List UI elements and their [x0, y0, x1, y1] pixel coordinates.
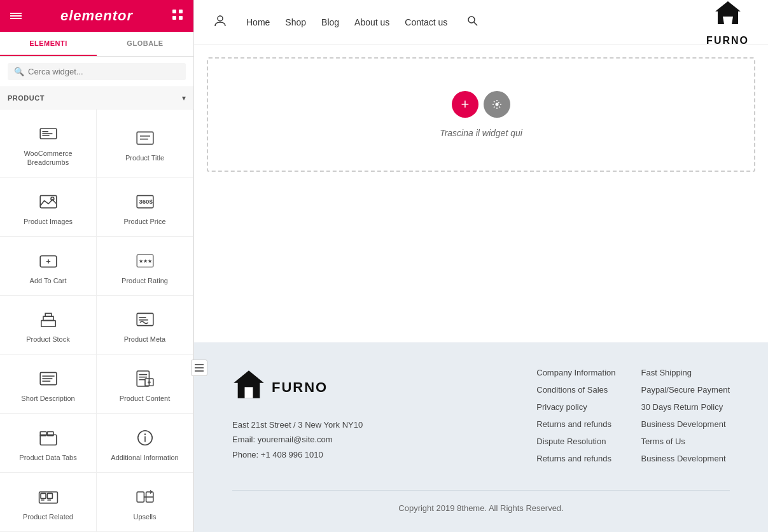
footer-phone: Phone: +1 408 996 1010 [232, 447, 511, 462]
widget-upsells[interactable]: Upsells [97, 473, 193, 532]
widget-label: Product Content [120, 394, 171, 403]
search-input[interactable] [28, 67, 179, 76]
widget-label: Product Rating [122, 276, 168, 285]
widget-short-description[interactable]: Short Description [0, 355, 97, 414]
footer-logo-text: FURNO [272, 379, 328, 396]
footer-link-terms[interactable]: Terms of Us [641, 437, 730, 446]
tab-elementi[interactable]: ELEMENTI [0, 32, 97, 56]
footer-link-return-policy[interactable]: 30 Days Return Policy [641, 402, 730, 412]
svg-text:★★★: ★★★ [138, 258, 151, 264]
nav-link-blog[interactable]: Blog [321, 17, 339, 27]
footer-col-1: Company Information Conditions of Sales … [536, 368, 615, 471]
widget-product-price[interactable]: 360$ Product Price [97, 178, 193, 237]
product-related-icon [37, 486, 60, 508]
footer-link-business2[interactable]: Business Development [641, 454, 730, 463]
footer-email: Email: youremail@site.com [232, 432, 511, 447]
additional-information-icon [134, 426, 157, 449]
widget-woo-breadcrumbs[interactable]: WooCommerce Breadcrumbs [0, 109, 97, 178]
footer-link-shipping[interactable]: Fast Shipping [641, 368, 730, 377]
footer-link-company[interactable]: Company Information [536, 368, 615, 377]
add-button[interactable]: + [452, 91, 478, 118]
svg-rect-1 [179, 10, 183, 13]
section-chevron[interactable]: ▾ [182, 94, 186, 102]
product-stock-icon [37, 308, 60, 331]
nav-search-icon[interactable] [466, 15, 478, 29]
nav-logo-icon [713, 0, 743, 34]
nav-link-shop[interactable]: Shop [285, 17, 306, 27]
svg-point-12 [51, 197, 54, 200]
search-box: 🔍 [0, 57, 193, 87]
svg-rect-20 [41, 321, 55, 327]
tab-globale[interactable]: GLOBALE [97, 32, 193, 56]
collapse-handle[interactable] [194, 360, 207, 376]
section-label: PRODUCT [8, 94, 45, 102]
section-header: PRODUCT ▾ [0, 87, 193, 109]
widget-label: Product Data Tabs [19, 453, 76, 462]
footer-link-returns2[interactable]: Returns and refunds [536, 454, 615, 463]
search-input-wrapper: 🔍 [8, 63, 186, 80]
widget-label: Product Title [125, 153, 164, 162]
add-to-cart-icon [37, 249, 60, 272]
widget-add-to-cart[interactable]: Add To Cart [0, 237, 97, 296]
widget-product-title[interactable]: Product Title [97, 109, 193, 178]
footer-link-privacy[interactable]: Privacy policy [536, 402, 615, 412]
svg-rect-44 [41, 493, 46, 498]
svg-rect-59 [245, 387, 253, 398]
widget-product-data-tabs[interactable]: Product Data Tabs [0, 414, 97, 473]
footer-logo: FURNO [232, 368, 511, 407]
footer-copyright: Copyright 2019 8theme. All Rights Reserv… [232, 490, 730, 513]
widget-label: Add To Cart [30, 276, 67, 285]
svg-rect-0 [172, 10, 176, 13]
svg-rect-48 [137, 492, 144, 502]
footer-link-conditions[interactable]: Conditions of Sales [536, 385, 615, 395]
svg-rect-45 [47, 493, 52, 498]
site-footer: FURNO East 21st Street / 3 New York NY10… [194, 342, 768, 532]
widget-product-content[interactable]: Product Content [97, 355, 193, 414]
svg-rect-22 [45, 314, 52, 317]
svg-rect-56 [725, 17, 731, 24]
panel-tabs: ELEMENTI GLOBALE [0, 32, 193, 57]
footer-address-line: East 21st Street / 3 New York NY10 [232, 417, 511, 432]
widget-product-related[interactable]: Product Related [0, 473, 97, 532]
site-nav: Home Shop Blog About us Contact us [194, 0, 768, 45]
right-content: Home Shop Blog About us Contact us [194, 0, 768, 532]
nav-link-home[interactable]: Home [246, 17, 270, 27]
widget-product-stock[interactable]: Product Stock [0, 296, 97, 355]
widget-label: Product Meta [124, 335, 165, 344]
svg-rect-8 [137, 132, 153, 144]
footer-link-returns1[interactable]: Returns and refunds [536, 419, 615, 429]
nav-left: Home Shop Blog About us Contact us [213, 13, 478, 31]
svg-line-53 [474, 22, 477, 25]
widget-label: Upsells [133, 512, 156, 521]
account-icon[interactable] [213, 13, 227, 31]
widget-product-rating[interactable]: ★★★ Product Rating [97, 237, 193, 296]
widget-label: Product Images [24, 217, 73, 226]
short-description-icon [37, 367, 60, 390]
nav-logo: FURNO [706, 0, 749, 46]
breadcrumbs-icon [37, 122, 60, 145]
upsells-icon [134, 486, 157, 508]
settings-button[interactable] [484, 91, 510, 118]
svg-point-51 [218, 16, 223, 21]
footer-address: East 21st Street / 3 New York NY10 Email… [232, 417, 511, 462]
svg-text:360$: 360$ [139, 198, 153, 205]
widget-label: Additional Information [111, 453, 178, 462]
footer-link-business1[interactable]: Business Development [641, 419, 730, 429]
product-price-icon: 360$ [134, 190, 157, 213]
grid-icon[interactable] [172, 9, 183, 24]
footer-link-dispute[interactable]: Dispute Resolution [536, 437, 615, 446]
widget-product-meta[interactable]: Product Meta [97, 296, 193, 355]
hamburger-icon[interactable] [10, 11, 22, 20]
add-controls: + [452, 91, 510, 118]
nav-link-about[interactable]: About us [354, 17, 389, 27]
svg-rect-2 [172, 16, 176, 20]
footer-link-payment[interactable]: Paypal/Secure Payment [641, 385, 730, 395]
widget-additional-information[interactable]: Additional Information [97, 414, 193, 473]
widget-label: WooCommerce Breadcrumbs [5, 149, 91, 167]
nav-link-contact[interactable]: Contact us [405, 17, 447, 27]
panel-header: elementor [0, 0, 193, 32]
product-title-icon [134, 127, 157, 150]
main-area: + Trascina il widget qui [194, 45, 768, 342]
widget-product-images[interactable]: Product Images [0, 178, 97, 237]
footer-logo-icon [232, 368, 265, 407]
